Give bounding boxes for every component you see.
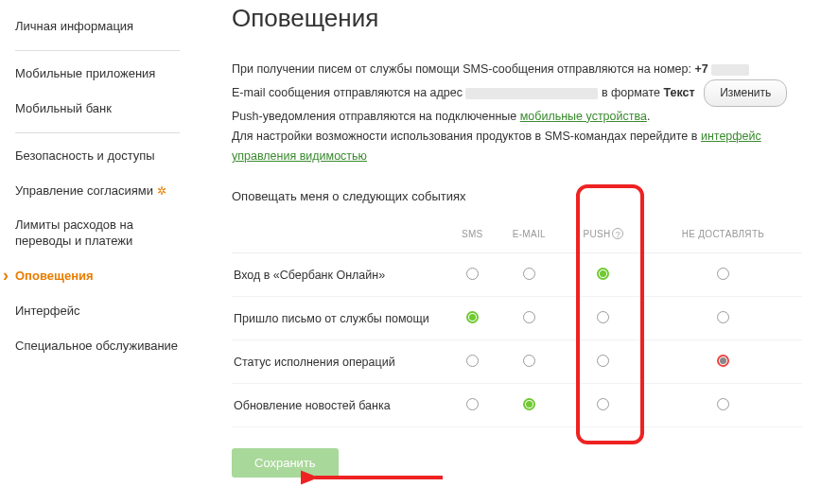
sidebar-item-label: Управление согласиями [15,183,153,198]
sidebar: Личная информация Мобильные приложения М… [0,0,180,504]
radio-option[interactable] [717,398,729,410]
radio-option[interactable] [523,311,535,323]
row-label: Пришло письмо от службы помощи [232,297,449,340]
sidebar-item-notifications[interactable]: Оповещения [15,259,180,294]
radio-option[interactable] [466,311,479,323]
info-email-text: E-mail сообщения отправляются на адрес [232,86,465,99]
main-content: Оповещения При получении писем от службы… [180,0,821,504]
col-nodeliver: НЕ ДОСТАВЛЯТЬ [644,217,802,253]
sidebar-item-mobile-bank[interactable]: Мобильный банк [15,92,180,127]
help-icon[interactable]: ? [612,228,623,239]
info-block: При получении писем от службы помощи SMS… [232,60,802,166]
radio-option[interactable] [523,398,535,410]
notifications-table: SMS E-MAIL PUSH? НЕ ДОСТАВЛЯТЬ Вход в «С… [232,217,802,427]
table-row: Обновление новостей банка [232,384,802,427]
save-button[interactable]: Сохранить [232,448,339,478]
page-title: Оповещения [232,4,802,33]
radio-option[interactable] [523,355,535,367]
sidebar-item-personal[interactable]: Личная информация [15,9,180,44]
info-push-text: Push-уведомления отправляются на подключ… [232,110,520,123]
change-button[interactable]: Изменить [704,79,787,106]
masked-email [465,88,598,99]
row-label: Обновление новостей банка [232,384,449,427]
table-row: Пришло письмо от службы помощи [232,297,802,340]
col-sms: SMS [449,217,496,253]
col-email: E-MAIL [496,217,564,253]
radio-option[interactable] [597,268,609,280]
info-format-text: в формате [598,86,663,99]
masked-phone [711,64,749,76]
sidebar-item-interface[interactable]: Интерфейс [15,294,180,329]
radio-option[interactable] [717,268,729,280]
radio-option[interactable] [466,355,479,367]
radio-option[interactable] [523,268,535,280]
info-sms-text: При получении писем от службы помощи SMS… [232,62,694,76]
sidebar-item-consents[interactable]: Управление согласиями ✲ [15,174,180,209]
radio-option[interactable] [597,355,609,367]
radio-option[interactable] [717,355,729,367]
phone-prefix: +7 [694,62,707,76]
radio-option[interactable] [717,311,729,323]
table-row: Вход в «Сбербанк Онлайн» [232,253,802,297]
sidebar-item-special[interactable]: Специальное обслуживание [15,329,180,364]
radio-option[interactable] [466,398,479,410]
mobile-devices-link[interactable]: мобильные устройства [520,110,647,123]
radio-option[interactable] [597,311,609,323]
row-label: Статус исполнения операций [232,340,449,384]
info-format-value: Текст [664,86,695,99]
table-subtitle: Оповещать меня о следующих событиях [232,189,802,203]
radio-option[interactable] [466,268,479,280]
info-visibility-text: Для настройки возможности использования … [232,130,701,143]
asterisk-icon: ✲ [157,184,166,198]
sidebar-item-security[interactable]: Безопасность и доступы [15,139,180,174]
col-push: PUSH? [563,217,644,253]
table-row: Статус исполнения операций [232,340,802,384]
row-label: Вход в «Сбербанк Онлайн» [232,253,449,297]
sidebar-item-limits[interactable]: Лимиты расходов на переводы и платежи [15,208,180,259]
sidebar-item-mobile-apps[interactable]: Мобильные приложения [15,57,180,92]
radio-option[interactable] [597,398,609,410]
